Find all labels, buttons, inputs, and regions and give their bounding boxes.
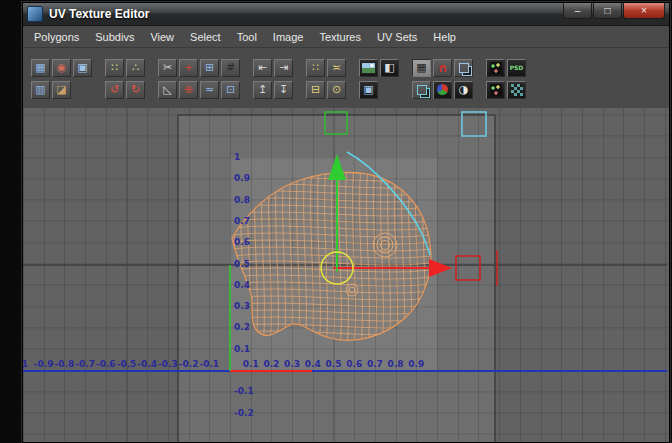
rotate-uvs-ccw-button[interactable]: ↺ (105, 81, 124, 99)
menu-item-subdivs[interactable]: Subdivs (88, 29, 141, 45)
uv-smudge-tool-button[interactable]: ◉ (52, 59, 71, 77)
align-v-min-button[interactable]: ↧ (274, 81, 293, 99)
flip-uvs-icon: ◺ (163, 84, 171, 95)
paste-uvs-icon (417, 85, 427, 95)
uv-viewport[interactable]: -1-0.9-0.8-0.7-0.6-0.5-0.4-0.3-0.2-0.10.… (23, 108, 669, 442)
relax-uvs-button[interactable]: ∴ (126, 59, 145, 77)
menu-item-uv-sets[interactable]: UV Sets (370, 29, 424, 45)
toolbar-group: ✂+⊞#◺⊕≈⊡ (158, 59, 240, 99)
uv-smear-tool-button[interactable]: ◪ (52, 81, 71, 99)
close-button[interactable]: × (623, 3, 665, 19)
normalize-uvs-icon: ⊟ (311, 84, 320, 95)
uv-wireframe-mesh[interactable] (229, 163, 433, 350)
uv-smudge-tool-icon: ◉ (57, 62, 67, 73)
menu-item-view[interactable]: View (143, 29, 181, 45)
layout-uvs-button[interactable]: ⊞ (200, 59, 219, 77)
unfold-selected-uvs-icon: ⊡ (226, 84, 235, 95)
window-title: UV Texture Editor (49, 7, 563, 21)
toolbar: ▦◉▣▥◪∷∴↺↻✂+⊞#◺⊕≈⊡⇤⇥↥↧∷≍⊟⊙◧▣▦∩◑PSD (23, 48, 669, 110)
uv-smear-tool-icon: ◪ (56, 84, 66, 95)
toolbar-group: PSD (486, 59, 526, 99)
use-image-ratio-icon (511, 84, 523, 96)
flip-uvs-button[interactable]: ◺ (158, 81, 177, 99)
dim-image-toggle-icon: ▣ (363, 84, 373, 95)
refresh-image-button[interactable] (486, 81, 505, 99)
relax-uvs-icon: ∴ (132, 62, 139, 73)
uv-snapshot-icon (490, 62, 502, 74)
align-v-max-button[interactable]: ↥ (253, 81, 272, 99)
align-u-min-icon: ⇤ (258, 62, 267, 73)
align-v-min-icon: ↧ (279, 84, 288, 95)
minimize-button[interactable]: – (563, 3, 592, 19)
cut-uvs-button[interactable]: ✂ (158, 59, 177, 77)
display-image-toggle-button[interactable] (359, 59, 378, 77)
viewport-overlay (23, 108, 667, 442)
uv-snapshot-button[interactable] (486, 59, 505, 77)
center-uvs-icon: ⊙ (332, 84, 341, 95)
split-uvs-button[interactable]: + (179, 59, 198, 77)
pixel-snap-toggle-button[interactable]: ∩ (433, 59, 452, 77)
window-controls: – □ × (563, 3, 665, 19)
move-and-sew-uvs-icon: ⊕ (184, 84, 193, 95)
toolbar-group: ⇤⇥↥↧ (253, 59, 293, 99)
maximize-button[interactable]: □ (593, 3, 622, 19)
menu-item-select[interactable]: Select (183, 29, 228, 45)
use-image-ratio-button[interactable] (507, 81, 526, 99)
display-rgb-channels-button[interactable] (433, 81, 452, 99)
rotate-uvs-cw-button[interactable]: ↻ (126, 81, 145, 99)
menu-item-image[interactable]: Image (266, 29, 311, 45)
match-uvs-button[interactable]: ≍ (327, 59, 346, 77)
x-axis-arrowhead[interactable] (429, 259, 452, 277)
toolbar-group: ∷≍⊟⊙ (306, 59, 346, 99)
toolbar-group: ∷∴↺↻ (105, 59, 145, 99)
uv-lattice-select-icon: ▥ (35, 84, 45, 95)
rotate-uvs-ccw-icon: ↺ (110, 84, 119, 95)
toolbar-group: ▦◉▣▥◪ (31, 59, 92, 99)
toolbar-group: ▦∩◑ (412, 59, 473, 99)
align-u-max-button[interactable]: ⇥ (274, 59, 293, 77)
uv-lattice-tool-icon: ▦ (35, 62, 45, 73)
title-bar[interactable]: UV Texture Editor – □ × (23, 3, 669, 26)
display-rgb-channels-icon (437, 84, 448, 95)
normalize-uvs-button[interactable]: ⊟ (306, 81, 325, 99)
grid-toggle-icon: ▦ (416, 62, 426, 73)
uv-texture-editor-window: UV Texture Editor – □ × PolygonsSubdivsV… (22, 2, 670, 443)
uv-lattice-tool-button[interactable]: ▦ (31, 59, 50, 77)
move-and-sew-uvs-button[interactable]: ⊕ (179, 81, 198, 99)
move-uv-shell-tool-button[interactable]: ▣ (73, 59, 92, 77)
refresh-image-icon (490, 84, 502, 96)
update-psd-networks-icon: PSD (510, 65, 524, 71)
display-image-toggle-icon (361, 62, 376, 74)
display-alpha-channel-button[interactable]: ◑ (454, 81, 473, 99)
filtered-image-toggle-button[interactable]: ◧ (380, 59, 399, 77)
align-v-max-icon: ↥ (258, 84, 267, 95)
rotate-uvs-cw-icon: ↻ (131, 84, 140, 95)
paste-uvs-button[interactable] (412, 81, 431, 99)
grid-uvs-button[interactable]: # (221, 59, 240, 77)
move-uv-shell-tool-icon: ▣ (77, 62, 87, 73)
menu-item-help[interactable]: Help (426, 29, 463, 45)
menu-item-textures[interactable]: Textures (312, 29, 368, 45)
update-psd-networks-button[interactable]: PSD (507, 59, 526, 77)
uv-lattice-select-button[interactable]: ▥ (31, 81, 50, 99)
app-icon (27, 6, 43, 22)
menu-item-polygons[interactable]: Polygons (27, 29, 86, 45)
menu-item-tool[interactable]: Tool (230, 29, 264, 45)
dim-image-toggle-button[interactable]: ▣ (359, 81, 378, 99)
u-handle-box[interactable] (456, 256, 480, 280)
y-axis-arrowhead[interactable] (328, 154, 346, 180)
toolbar-group: ◧▣ (359, 59, 399, 99)
snap-uvs-button[interactable]: ∷ (306, 59, 325, 77)
pixel-snap-toggle-icon: ∩ (438, 62, 448, 74)
grid-uvs-icon: # (226, 62, 235, 73)
display-alpha-channel-icon: ◑ (459, 84, 469, 95)
filtered-image-toggle-icon: ◧ (384, 62, 394, 73)
unfold-uvs-icon: ∷ (111, 62, 118, 73)
sew-uvs-button[interactable]: ≈ (200, 81, 219, 99)
grid-toggle-button[interactable]: ▦ (412, 59, 431, 77)
align-u-min-button[interactable]: ⇤ (253, 59, 272, 77)
unfold-selected-uvs-button[interactable]: ⊡ (221, 81, 240, 99)
unfold-uvs-button[interactable]: ∷ (105, 59, 124, 77)
copy-uvs-button[interactable] (454, 59, 473, 77)
center-uvs-button[interactable]: ⊙ (327, 81, 346, 99)
